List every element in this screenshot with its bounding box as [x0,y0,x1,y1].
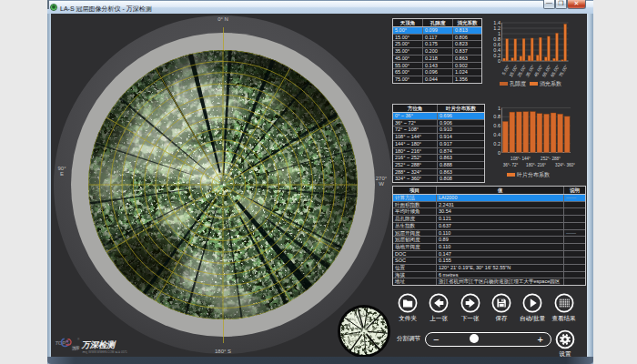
svg-text:0.4: 0.4 [493,47,500,53]
svg-text:0.8: 0.8 [493,36,500,42]
svg-text:324°- 360°: 324°- 360° [555,163,575,167]
svg-text:0: 0 [498,150,500,156]
svg-text:叶片分布系数: 叶片分布系数 [517,171,550,178]
svg-text:0.6: 0.6 [493,123,500,128]
svg-text:0.4: 0.4 [493,132,500,137]
svg-text:万深检测: 万深检测 [81,340,117,349]
svg-text:180°- 216°: 180°- 216° [526,163,546,167]
svg-text:0.2: 0.2 [493,141,500,147]
svg-text:252°- 288°: 252°- 288° [541,157,561,161]
svg-text:36°- 72°: 36°- 72° [503,163,519,167]
svg-text:1: 1 [498,31,500,36]
svg-text:1: 1 [498,106,500,111]
svg-text:0: 0 [498,58,500,64]
svg-text:孔隙度: 孔隙度 [510,80,526,87]
svg-text:0.6: 0.6 [493,42,500,47]
svg-text:万深: 万深 [72,346,79,350]
svg-text:1.4: 1.4 [493,20,500,25]
svg-text:®: ® [77,338,80,341]
svg-text:108°- 144°: 108°- 144° [511,157,531,161]
svg-text:1.2: 1.2 [493,25,500,31]
svg-text:0.2: 0.2 [493,53,500,58]
svg-text:0.8: 0.8 [493,114,500,119]
svg-text:消光系数: 消光系数 [540,80,561,87]
svg-text:网址 WWW.WSEEN.COM 电话 0571-88***: 网址 WWW.WSEEN.COM 电话 0571-88****** [83,350,128,354]
